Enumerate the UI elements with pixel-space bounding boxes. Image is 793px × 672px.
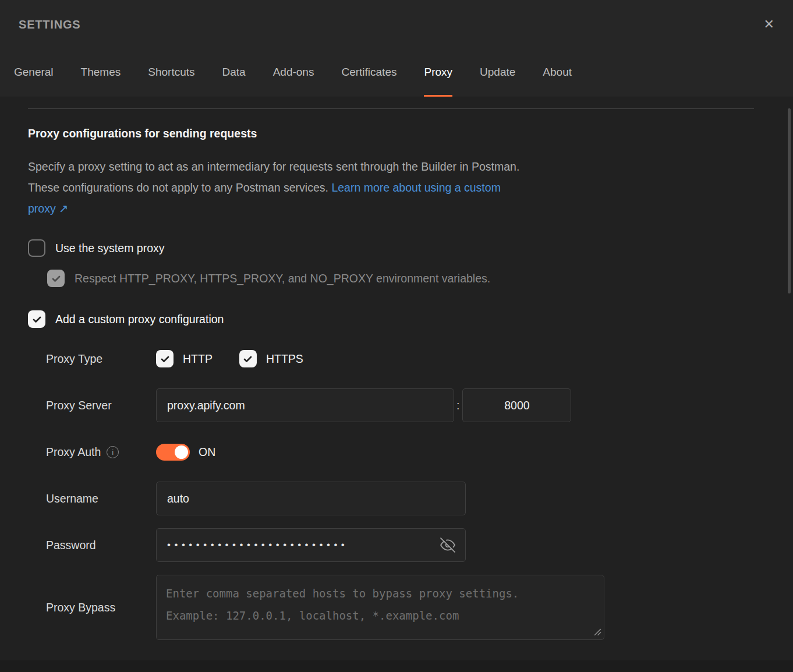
proxy-auth-toggle[interactable] [156, 444, 190, 461]
use-system-proxy-row: Use the system proxy [28, 239, 793, 257]
host-port-separator: : [456, 399, 459, 412]
tab-proxy[interactable]: Proxy [424, 49, 452, 97]
use-system-proxy-label: Use the system proxy [55, 242, 164, 255]
section-title: Proxy configurations for sending request… [28, 127, 793, 140]
respect-env-label: Respect HTTP_PROXY, HTTPS_PROXY, and NO_… [75, 272, 490, 285]
tab-about[interactable]: About [543, 49, 572, 97]
https-label: HTTPS [266, 352, 303, 366]
custom-proxy-form: Proxy Type HTTP HTTPS [28, 342, 793, 659]
tab-update[interactable]: Update [480, 49, 515, 97]
check-icon [31, 314, 43, 325]
modal-bottom-edge [0, 660, 793, 672]
proxy-auth-label: Proxy Auth i [46, 445, 156, 459]
scrollbar[interactable] [788, 108, 791, 293]
password-input[interactable] [156, 528, 466, 562]
http-label: HTTP [183, 352, 213, 366]
proxy-bypass-row: Proxy Bypass [28, 575, 793, 640]
password-row: Password [28, 528, 793, 562]
proxy-type-row: Proxy Type HTTP HTTPS [28, 342, 793, 376]
proxy-auth-row: Proxy Auth i ON [28, 435, 793, 469]
proxy-bypass-field [156, 575, 604, 640]
https-checkbox[interactable] [239, 350, 257, 367]
close-icon: ✕ [764, 17, 774, 31]
proxy-bypass-textarea[interactable] [156, 575, 604, 640]
proxy-settings-panel: Proxy configurations for sending request… [0, 108, 793, 659]
respect-env-checkbox[interactable] [47, 270, 65, 287]
info-icon[interactable]: i [107, 446, 119, 458]
tab-certificates[interactable]: Certificates [341, 49, 396, 97]
tab-themes[interactable]: Themes [81, 49, 121, 97]
proxy-server-label: Proxy Server [46, 399, 156, 412]
toggle-knob [175, 445, 188, 459]
section-description: Specify a proxy setting to act as an int… [28, 156, 528, 219]
password-label: Password [46, 539, 156, 552]
custom-proxy-checkbox[interactable] [28, 310, 45, 328]
proxy-server-row: Proxy Server : [28, 388, 793, 422]
settings-tabs: General Themes Shortcuts Data Add-ons Ce… [0, 49, 793, 97]
tab-general[interactable]: General [14, 49, 54, 97]
http-checkbox[interactable] [156, 350, 174, 367]
check-icon [242, 353, 253, 365]
close-button[interactable]: ✕ [760, 15, 778, 34]
custom-proxy-row: Add a custom proxy configuration [28, 310, 793, 328]
proxy-type-label: Proxy Type [46, 352, 156, 366]
custom-proxy-label: Add a custom proxy configuration [55, 313, 224, 326]
eye-off-icon [440, 546, 455, 554]
modal-topbar: SETTINGS ✕ General Themes Shortcuts Data… [0, 0, 793, 97]
proxy-bypass-label: Proxy Bypass [46, 601, 156, 614]
proxy-port-input[interactable] [462, 388, 571, 422]
https-option: HTTPS [239, 350, 303, 367]
proxy-host-input[interactable] [156, 388, 454, 422]
check-icon [51, 273, 62, 284]
http-option: HTTP [156, 350, 213, 367]
tab-data[interactable]: Data [222, 49, 246, 97]
settings-modal: SETTINGS ✕ General Themes Shortcuts Data… [0, 0, 793, 672]
check-icon [160, 353, 171, 365]
modal-header: SETTINGS ✕ [0, 0, 793, 49]
proxy-auth-label-text: Proxy Auth [46, 445, 101, 459]
tab-addons[interactable]: Add-ons [273, 49, 314, 97]
modal-title: SETTINGS [19, 18, 80, 31]
respect-env-row: Respect HTTP_PROXY, HTTPS_PROXY, and NO_… [47, 270, 793, 287]
toggle-state-label: ON [199, 445, 215, 459]
toggle-password-visibility-button[interactable] [438, 535, 458, 555]
use-system-proxy-checkbox[interactable] [28, 239, 45, 257]
tab-shortcuts[interactable]: Shortcuts [148, 49, 194, 97]
username-input[interactable] [156, 482, 466, 515]
divider [28, 108, 754, 109]
username-row: Username [28, 482, 793, 515]
password-field [156, 528, 466, 562]
username-label: Username [46, 492, 156, 505]
resize-handle-icon[interactable] [593, 628, 601, 636]
